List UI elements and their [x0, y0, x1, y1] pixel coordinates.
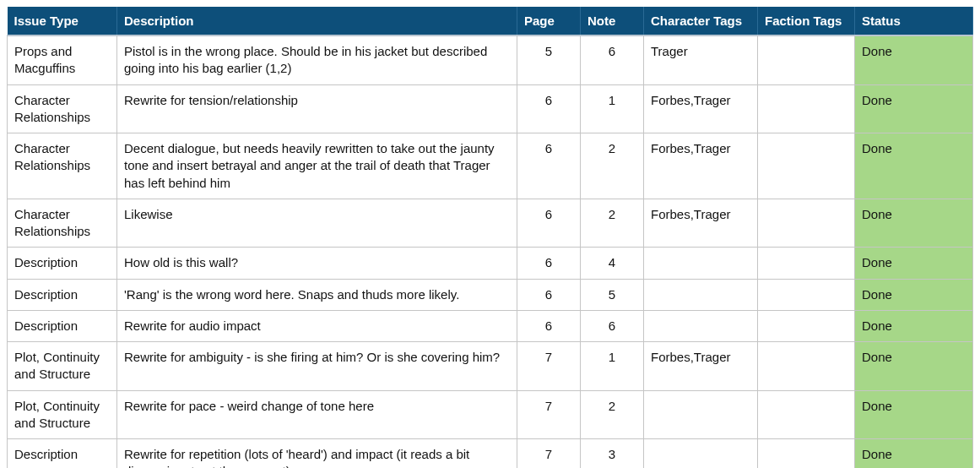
- cell-issue-type[interactable]: Description: [8, 439, 117, 469]
- cell-description[interactable]: Rewrite for pace - weird change of tone …: [117, 390, 517, 439]
- cell-issue-type[interactable]: Plot, Continuity and Structure: [8, 390, 117, 439]
- cell-issue-type[interactable]: Description: [8, 248, 117, 279]
- cell-faction-tags[interactable]: [758, 35, 855, 84]
- cell-description[interactable]: Likewise: [117, 199, 517, 248]
- cell-status[interactable]: Done: [855, 342, 973, 391]
- cell-faction-tags[interactable]: [758, 84, 855, 133]
- cell-note[interactable]: 1: [581, 342, 644, 391]
- table-row[interactable]: Props and MacguffinsPistol is in the wro…: [8, 35, 973, 84]
- cell-page[interactable]: 7: [517, 390, 581, 439]
- cell-status[interactable]: Done: [855, 390, 973, 439]
- cell-issue-type[interactable]: Description: [8, 279, 117, 310]
- header-faction-tags[interactable]: Faction Tags: [758, 7, 855, 35]
- cell-status[interactable]: Done: [855, 84, 973, 133]
- cell-page[interactable]: 5: [517, 35, 581, 84]
- cell-note[interactable]: 5: [581, 279, 644, 310]
- table-row[interactable]: Plot, Continuity and StructureRewrite fo…: [8, 390, 973, 439]
- cell-status[interactable]: Done: [855, 248, 973, 279]
- cell-faction-tags[interactable]: [758, 133, 855, 199]
- cell-faction-tags[interactable]: [758, 310, 855, 341]
- cell-description[interactable]: How old is this wall?: [117, 248, 517, 279]
- cell-faction-tags[interactable]: [758, 199, 855, 248]
- table-row[interactable]: Character RelationshipsRewrite for tensi…: [8, 84, 973, 133]
- table-row[interactable]: DescriptionHow old is this wall?64Done: [8, 248, 973, 279]
- cell-page[interactable]: 7: [517, 342, 581, 391]
- table-row[interactable]: Character RelationshipsDecent dialogue, …: [8, 133, 973, 199]
- cell-description[interactable]: Decent dialogue, but needs heavily rewri…: [117, 133, 517, 199]
- cell-description[interactable]: Rewrite for ambiguity - is she firing at…: [117, 342, 517, 391]
- cell-character-tags[interactable]: Forbes,Trager: [644, 199, 758, 248]
- header-issue-type[interactable]: Issue Type: [8, 7, 117, 35]
- cell-status[interactable]: Done: [855, 199, 973, 248]
- cell-issue-type[interactable]: Plot, Continuity and Structure: [8, 342, 117, 391]
- cell-description[interactable]: Pistol is in the wrong place. Should be …: [117, 35, 517, 84]
- cell-page[interactable]: 6: [517, 310, 581, 341]
- cell-issue-type[interactable]: Props and Macguffins: [8, 35, 117, 84]
- cell-note[interactable]: 3: [581, 439, 644, 469]
- cell-issue-type[interactable]: Description: [8, 310, 117, 341]
- header-description[interactable]: Description: [117, 7, 517, 35]
- table-row[interactable]: DescriptionRewrite for audio impact66Don…: [8, 310, 973, 341]
- cell-character-tags[interactable]: [644, 439, 758, 469]
- cell-character-tags[interactable]: [644, 248, 758, 279]
- header-status[interactable]: Status: [855, 7, 973, 35]
- cell-description[interactable]: Rewrite for audio impact: [117, 310, 517, 341]
- cell-description[interactable]: Rewrite for repetition (lots of 'heard')…: [117, 439, 517, 469]
- issues-table: Issue Type Description Page Note Charact…: [7, 7, 973, 468]
- table-row[interactable]: DescriptionRewrite for repetition (lots …: [8, 439, 973, 469]
- cell-note[interactable]: 2: [581, 199, 644, 248]
- cell-note[interactable]: 2: [581, 390, 644, 439]
- cell-faction-tags[interactable]: [758, 279, 855, 310]
- cell-page[interactable]: 6: [517, 248, 581, 279]
- cell-status[interactable]: Done: [855, 133, 973, 199]
- cell-issue-type[interactable]: Character Relationships: [8, 133, 117, 199]
- cell-issue-type[interactable]: Character Relationships: [8, 84, 117, 133]
- cell-note[interactable]: 6: [581, 310, 644, 341]
- header-row: Issue Type Description Page Note Charact…: [8, 7, 973, 35]
- table-row[interactable]: Description'Rang' is the wrong word here…: [8, 279, 973, 310]
- cell-page[interactable]: 7: [517, 439, 581, 469]
- cell-status[interactable]: Done: [855, 279, 973, 310]
- header-note[interactable]: Note: [581, 7, 644, 35]
- cell-character-tags[interactable]: [644, 390, 758, 439]
- cell-page[interactable]: 6: [517, 279, 581, 310]
- cell-page[interactable]: 6: [517, 133, 581, 199]
- cell-character-tags[interactable]: Trager: [644, 35, 758, 84]
- cell-issue-type[interactable]: Character Relationships: [8, 199, 117, 248]
- cell-note[interactable]: 2: [581, 133, 644, 199]
- cell-character-tags[interactable]: Forbes,Trager: [644, 133, 758, 199]
- header-character-tags[interactable]: Character Tags: [644, 7, 758, 35]
- table-row[interactable]: Character RelationshipsLikewise62Forbes,…: [8, 199, 973, 248]
- cell-description[interactable]: 'Rang' is the wrong word here. Snaps and…: [117, 279, 517, 310]
- cell-faction-tags[interactable]: [758, 439, 855, 469]
- table-body: Props and MacguffinsPistol is in the wro…: [8, 35, 973, 468]
- cell-faction-tags[interactable]: [758, 390, 855, 439]
- cell-note[interactable]: 6: [581, 35, 644, 84]
- cell-faction-tags[interactable]: [758, 342, 855, 391]
- cell-status[interactable]: Done: [855, 35, 973, 84]
- cell-faction-tags[interactable]: [758, 248, 855, 279]
- cell-status[interactable]: Done: [855, 310, 973, 341]
- cell-page[interactable]: 6: [517, 84, 581, 133]
- header-page[interactable]: Page: [517, 7, 581, 35]
- cell-character-tags[interactable]: Forbes,Trager: [644, 342, 758, 391]
- cell-description[interactable]: Rewrite for tension/relationship: [117, 84, 517, 133]
- cell-character-tags[interactable]: Forbes,Trager: [644, 84, 758, 133]
- cell-note[interactable]: 1: [581, 84, 644, 133]
- cell-character-tags[interactable]: [644, 279, 758, 310]
- table-row[interactable]: Plot, Continuity and StructureRewrite fo…: [8, 342, 973, 391]
- cell-status[interactable]: Done: [855, 439, 973, 469]
- cell-note[interactable]: 4: [581, 248, 644, 279]
- cell-character-tags[interactable]: [644, 310, 758, 341]
- cell-page[interactable]: 6: [517, 199, 581, 248]
